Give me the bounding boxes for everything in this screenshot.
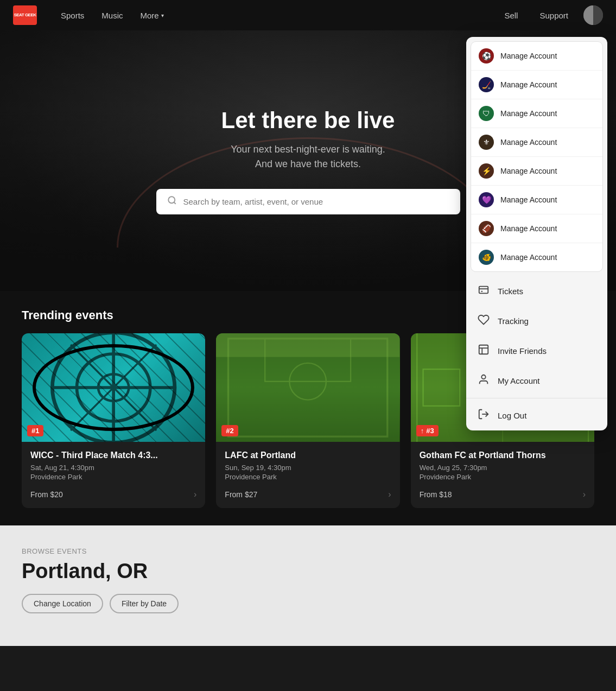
svg-point-10 bbox=[98, 374, 129, 401]
account-icon-1: 🏒 bbox=[479, 77, 494, 92]
card-arrow-1: › bbox=[194, 490, 196, 499]
card-price-3: From $18 bbox=[420, 490, 452, 499]
managed-accounts-list: ⚽Manage Account🏒Manage Account🛡Manage Ac… bbox=[471, 41, 603, 272]
svg-point-6 bbox=[168, 196, 175, 203]
invite-friends-label: Invite Friends bbox=[498, 346, 547, 356]
nav-more-label: More bbox=[141, 11, 159, 20]
account-icon-3: ⚜ bbox=[479, 135, 494, 150]
nav-music[interactable]: Music bbox=[95, 7, 129, 24]
user-avatar[interactable] bbox=[583, 5, 603, 25]
menu-divider bbox=[466, 398, 607, 398]
card-thumbnail-2 bbox=[216, 333, 399, 442]
account-icon-5: 💜 bbox=[479, 192, 494, 207]
filter-by-date-button[interactable]: Filter by Date bbox=[110, 594, 179, 613]
managed-account-item-4[interactable]: ⚡Manage Account bbox=[471, 157, 602, 186]
change-location-button[interactable]: Change Location bbox=[22, 594, 103, 613]
browse-label: Browse Events bbox=[22, 547, 594, 555]
account-icon-7: 🐠 bbox=[479, 250, 494, 265]
card-price-1: From $20 bbox=[30, 490, 63, 499]
card-image-2: #2 bbox=[216, 333, 399, 442]
tracking-menu-item[interactable]: Tracking bbox=[466, 306, 607, 336]
card-date-2: Sun, Sep 19, 4:30pm bbox=[225, 464, 391, 472]
browse-city: Portland, OR bbox=[22, 560, 594, 583]
account-label-6: Manage Account bbox=[500, 224, 557, 233]
tickets-icon bbox=[477, 284, 490, 299]
account-label-1: Manage Account bbox=[500, 80, 557, 89]
rank-badge-1: #1 bbox=[27, 425, 43, 436]
browse-section: Browse Events Portland, OR Change Locati… bbox=[0, 525, 616, 646]
rank-number-3: #3 bbox=[426, 427, 434, 435]
chevron-down-icon: ▾ bbox=[161, 12, 164, 18]
account-label-5: Manage Account bbox=[500, 195, 557, 204]
account-label-2: Manage Account bbox=[500, 109, 557, 118]
card-venue-1: Providence Park bbox=[30, 473, 196, 481]
svg-rect-19 bbox=[216, 333, 399, 357]
managed-account-item-6[interactable]: 🏈Manage Account bbox=[471, 214, 602, 243]
svg-rect-3 bbox=[479, 345, 488, 354]
my-account-menu-item[interactable]: My Account bbox=[466, 366, 607, 396]
card-venue-2: Providence Park bbox=[225, 473, 391, 481]
hero-title: Let there be live bbox=[156, 107, 460, 134]
tickets-menu-item[interactable]: Tickets bbox=[466, 276, 607, 306]
hero-subtitle-line2: And we have the tickets. bbox=[255, 159, 361, 169]
nav-more[interactable]: More ▾ bbox=[134, 7, 170, 24]
card-arrow-3: › bbox=[583, 490, 586, 499]
logo-text: SEAT GEEK bbox=[14, 12, 36, 18]
logo[interactable]: SEAT GEEK bbox=[13, 5, 37, 25]
card-body-3: Gotham FC at Portland Thorns Wed, Aug 25… bbox=[411, 442, 594, 508]
event-card-1[interactable]: #1 WICC - Third Place Match 4:3... Sat, … bbox=[22, 333, 205, 508]
svg-line-14 bbox=[71, 345, 156, 430]
card-footer-2: From $27 › bbox=[225, 490, 391, 499]
hero-subtitle-line1: Your next best-night-ever is waiting. bbox=[231, 144, 385, 155]
logout-button[interactable]: Log Out bbox=[466, 401, 607, 430]
managed-account-item-2[interactable]: 🛡Manage Account bbox=[471, 99, 602, 128]
card-image-1: #1 bbox=[22, 333, 205, 442]
nav-sports[interactable]: Sports bbox=[54, 7, 91, 24]
svg-point-8 bbox=[52, 333, 175, 442]
event-card-2[interactable]: #2 LAFC at Portland Sun, Sep 19, 4:30pm … bbox=[216, 333, 399, 508]
managed-account-item-7[interactable]: 🐠Manage Account bbox=[471, 243, 602, 271]
invite-friends-menu-item[interactable]: Invite Friends bbox=[466, 336, 607, 366]
rank-up-arrow: ↑ bbox=[421, 427, 424, 435]
account-icon-6: 🏈 bbox=[479, 221, 494, 236]
card-footer-3: From $18 › bbox=[420, 490, 586, 499]
tracking-label: Tracking bbox=[498, 316, 529, 326]
search-bar[interactable] bbox=[156, 189, 460, 214]
card-body-1: WICC - Third Place Match 4:3... Sat, Aug… bbox=[22, 442, 205, 508]
rank-badge-2: #2 bbox=[221, 425, 238, 436]
tracking-icon bbox=[477, 314, 490, 328]
account-icon-2: 🛡 bbox=[479, 106, 494, 121]
account-label-7: Manage Account bbox=[500, 253, 557, 262]
managed-account-item-5[interactable]: 💜Manage Account bbox=[471, 186, 602, 214]
logout-label: Log Out bbox=[498, 411, 526, 420]
account-label-0: Manage Account bbox=[500, 52, 557, 60]
card-title-2: LAFC at Portland bbox=[225, 451, 391, 460]
nav-right: Sell Support bbox=[498, 5, 603, 25]
hero-content: Let there be live Your next best-night-e… bbox=[156, 107, 460, 214]
my-account-label: My Account bbox=[498, 376, 540, 385]
card-date-3: Wed, Aug 25, 7:30pm bbox=[420, 464, 586, 472]
card-thumbnail-1 bbox=[22, 333, 205, 442]
managed-account-item-0[interactable]: ⚽Manage Account bbox=[471, 42, 602, 71]
card-venue-3: Providence Park bbox=[420, 473, 586, 481]
search-icon bbox=[167, 195, 177, 208]
managed-account-item-3[interactable]: ⚜Manage Account bbox=[471, 128, 602, 157]
account-icon-0: ⚽ bbox=[479, 48, 494, 64]
invite-friends-icon bbox=[477, 344, 490, 358]
card-body-2: LAFC at Portland Sun, Sep 19, 4:30pm Pro… bbox=[216, 442, 399, 508]
svg-rect-0 bbox=[479, 287, 488, 294]
managed-account-item-1[interactable]: 🏒Manage Account bbox=[471, 71, 602, 99]
svg-line-7 bbox=[174, 202, 175, 204]
sell-button[interactable]: Sell bbox=[498, 7, 524, 24]
hero-subtitle: Your next best-night-ever is waiting. An… bbox=[156, 142, 460, 172]
card-date-1: Sat, Aug 21, 4:30pm bbox=[30, 464, 196, 472]
account-label-4: Manage Account bbox=[500, 167, 557, 175]
seatgeek-logo: SEAT GEEK bbox=[13, 5, 37, 25]
search-input[interactable] bbox=[183, 197, 449, 206]
navigation: SEAT GEEK Sports Music More ▾ Sell Suppo… bbox=[0, 0, 616, 30]
card-arrow-2: › bbox=[388, 490, 391, 499]
svg-point-9 bbox=[77, 354, 150, 421]
support-button[interactable]: Support bbox=[533, 7, 575, 24]
user-dropdown-menu: ⚽Manage Account🏒Manage Account🛡Manage Ac… bbox=[466, 37, 607, 430]
account-label-3: Manage Account bbox=[500, 138, 557, 147]
